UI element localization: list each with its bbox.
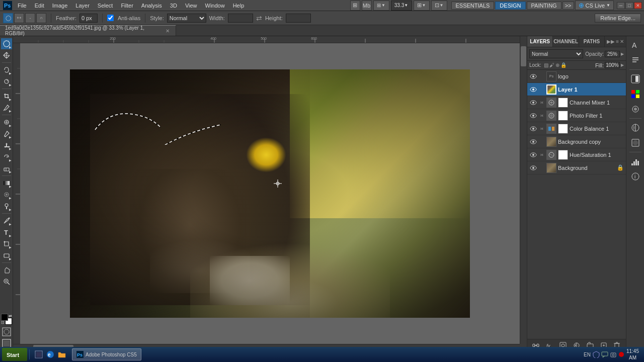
panel-expand-icon[interactable]: ▶▶ — [607, 39, 615, 44]
start-button[interactable]: Start — [2, 348, 27, 361]
clone-stamp-tool[interactable]: ▶ — [1, 140, 12, 151]
brush-tool[interactable]: ▶ — [1, 128, 12, 139]
tab-paths[interactable]: PATHS — [579, 36, 605, 47]
menu-analysis[interactable]: Analysis — [138, 2, 166, 9]
dodge-tool[interactable]: ▶ — [1, 201, 12, 212]
height-input[interactable] — [286, 14, 311, 23]
photoshop-taskbar-app[interactable]: Ps Adobe Photoshop CS5 — [72, 348, 141, 360]
fill-input[interactable] — [605, 62, 620, 68]
folder-icon[interactable] — [57, 349, 67, 359]
paragraph-panel-btn[interactable] — [628, 53, 642, 67]
history-brush-tool[interactable]: ▶ — [1, 151, 12, 162]
cs-live-button[interactable]: ⊕ CS Live ▼ — [575, 1, 614, 10]
feather-input[interactable] — [79, 14, 98, 23]
panel-collapse-icons[interactable]: ▶▶ ≡ ✕ — [605, 36, 626, 47]
swap-dimensions-btn[interactable]: ⇄ — [256, 14, 262, 22]
swap-colors-btn[interactable]: ⇄ — [9, 314, 12, 318]
default-colors-btn[interactable]: ⊡ — [1, 320, 5, 325]
layer-item-layer1[interactable]: Layer 1 — [527, 83, 626, 96]
layer-item-color-balance[interactable]: Color Balance 1 — [527, 122, 626, 135]
character-panel-btn[interactable]: A — [628, 38, 642, 52]
extras-btn[interactable]: ⊡▼ — [431, 1, 447, 11]
workspace-painting[interactable]: PAINTING — [527, 2, 561, 10]
width-input[interactable] — [228, 14, 253, 23]
add-to-selection-btn[interactable]: ++ — [14, 13, 24, 23]
lock-transparent-btn[interactable]: ▨ — [544, 62, 548, 68]
quick-mask-toggle[interactable] — [1, 326, 12, 337]
elliptical-marquee-tool[interactable]: ▶ — [1, 38, 12, 49]
layer-link-color-balance[interactable] — [539, 125, 545, 133]
menu-view[interactable]: View — [182, 2, 201, 9]
opacity-arrow-icon[interactable]: ▶ — [621, 52, 624, 56]
eraser-tool[interactable]: ▶ — [1, 163, 12, 174]
path-selection-tool[interactable]: ▶ — [1, 238, 12, 249]
styles-panel-btn[interactable] — [628, 102, 642, 116]
workspace-design[interactable]: DESIGN — [495, 2, 525, 10]
menu-edit[interactable]: Edit — [31, 2, 48, 9]
screen-mode-btn[interactable]: ⊞▼ — [414, 1, 430, 11]
panel-close-icon[interactable]: ✕ — [620, 39, 624, 44]
vertical-scrollbar[interactable] — [520, 36, 527, 344]
workspace-more[interactable]: >> — [562, 2, 574, 10]
layer-link-hue-sat[interactable] — [539, 151, 545, 159]
quick-selection-tool[interactable]: ▶ — [1, 76, 12, 87]
menu-3d[interactable]: 3D — [167, 2, 181, 9]
layer-item-background[interactable]: Background 🔒 — [527, 161, 626, 174]
layer-visibility-logo[interactable] — [529, 72, 537, 80]
anti-alias-checkbox[interactable] — [107, 15, 114, 21]
zoom-tool[interactable] — [1, 276, 12, 287]
subtract-selection-btn[interactable]: - — [25, 13, 35, 23]
lock-image-btn[interactable]: 🖌 — [549, 62, 554, 68]
canvas-wrapper[interactable]: .marching-ants { fill: none; stroke: whi… — [70, 69, 470, 318]
refine-edge-button[interactable]: Refine Edge... — [595, 14, 641, 23]
crop-tool[interactable]: ▶ — [1, 90, 12, 102]
close-button[interactable]: ✕ — [634, 2, 642, 9]
shape-tool[interactable]: ▶ — [1, 250, 12, 261]
type-tool[interactable]: T ▶ — [1, 227, 12, 238]
minimize-button[interactable]: ─ — [617, 2, 625, 9]
layer-visibility-photo-filter[interactable] — [529, 112, 537, 120]
canvas-image[interactable]: .marching-ants { fill: none; stroke: whi… — [70, 69, 470, 318]
layer-item-logo[interactable]: Ps logo — [527, 70, 626, 83]
gradient-tool[interactable]: ▶ — [1, 177, 12, 189]
maximize-button[interactable]: □ — [625, 2, 633, 9]
arrange-icon[interactable]: ⊞▼ — [373, 1, 389, 11]
foreground-color-swatch[interactable] — [1, 314, 8, 321]
menu-select[interactable]: Select — [94, 2, 117, 9]
tab-close-btn[interactable]: ✕ — [165, 28, 171, 34]
healing-brush-tool[interactable]: ▶ — [1, 117, 12, 128]
layer-visibility-hue-sat[interactable] — [529, 151, 537, 159]
eyedropper-tool[interactable]: ▶ — [1, 102, 12, 113]
panel-menu-icon[interactable]: ≡ — [616, 39, 619, 44]
blend-mode-select[interactable]: Normal Multiply Screen Overlay — [529, 49, 583, 58]
adjustments-panel-btn[interactable] — [628, 121, 642, 135]
intersect-selection-btn[interactable]: ∩ — [36, 13, 46, 23]
zoom-display[interactable]: 33.3 ▼ — [391, 1, 412, 11]
swatches-panel-btn[interactable] — [628, 87, 642, 101]
menu-help[interactable]: Help — [229, 2, 248, 9]
elliptical-marquee-btn[interactable]: ◯ — [3, 13, 13, 23]
show-desktop-icon[interactable] — [34, 349, 44, 359]
document-tab[interactable]: 1ed9a0d2e1356c927add5459b2f91541.jpg @ 3… — [0, 25, 176, 36]
lock-all-btn[interactable]: 🔒 — [560, 62, 567, 68]
canvas-background[interactable]: .marching-ants { fill: none; stroke: whi… — [20, 43, 520, 344]
lasso-tool[interactable]: ▶ — [1, 64, 12, 75]
color-panel-btn[interactable] — [628, 72, 642, 86]
layer-visibility-color-balance[interactable] — [529, 125, 537, 133]
vertical-scroll-thumb[interactable] — [521, 46, 526, 66]
image-size-icon[interactable]: Mb — [362, 1, 372, 11]
menu-filter[interactable]: Filter — [117, 2, 136, 9]
masks-panel-btn[interactable] — [628, 136, 642, 150]
menu-image[interactable]: Image — [49, 2, 71, 9]
info-panel-btn[interactable]: i — [628, 169, 642, 184]
style-select[interactable]: Normal Fixed Ratio Fixed Size — [167, 14, 206, 23]
layer-item-photo-filter[interactable]: Photo Filter 1 — [527, 109, 626, 122]
layer-item-hue-sat[interactable]: Hue/Saturation 1 — [527, 148, 626, 161]
menu-file[interactable]: File — [14, 2, 30, 9]
blur-tool[interactable]: ▶ — [1, 189, 12, 200]
pen-tool[interactable]: ▶ — [1, 215, 12, 226]
layer-link-channel-mixer[interactable] — [539, 99, 545, 107]
hand-tool[interactable] — [1, 264, 12, 276]
layer-item-bg-copy[interactable]: Background copy — [527, 135, 626, 148]
workspace-essentials[interactable]: ESSENTIALS — [451, 2, 495, 10]
